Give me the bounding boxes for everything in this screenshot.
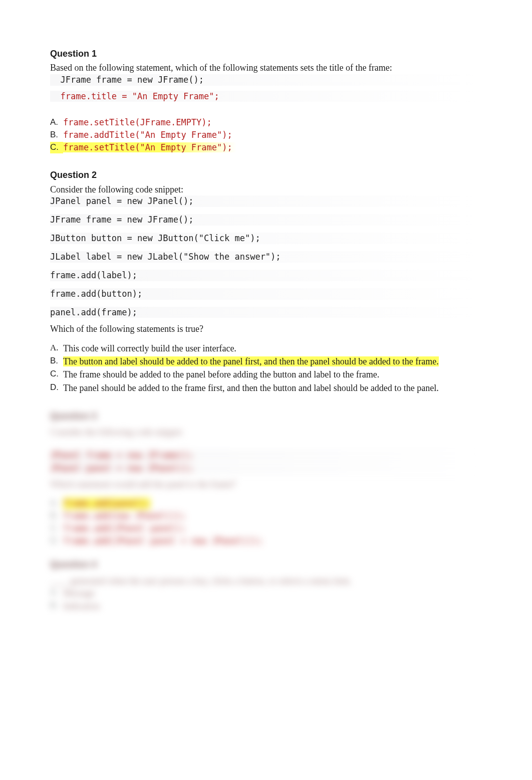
- option-letter: C.: [50, 368, 63, 380]
- q1-option-a: A. frame.setTitle(JFrame.EMPTY);: [50, 117, 482, 128]
- q2-options: A. This code will correctly build the us…: [50, 342, 482, 394]
- q3-opt-c: C. frame.add(JPanel panel);: [50, 523, 482, 534]
- q2-option-c: C. The frame should be added to the pane…: [50, 368, 482, 380]
- blurred-content: Question 3 Consider the following code s…: [50, 410, 482, 613]
- q4-title: Question 4: [50, 558, 482, 570]
- question-1-prompt: Based on the following statement, which …: [50, 62, 482, 74]
- q3-opt-a: A. frame.add(panel);: [50, 498, 482, 509]
- question-2-prompt: Consider the following code snippet:: [50, 183, 482, 196]
- q3-opt-b: B. frame.add(new JPanel());: [50, 510, 482, 522]
- option-letter: B.: [50, 355, 63, 367]
- q3-code-2: JPanel panel = new JPanel();: [50, 463, 482, 474]
- q2-code-l1: JPanel panel = new JPanel();: [50, 196, 482, 207]
- question-2-title: Question 2: [50, 169, 482, 181]
- option-text: The panel should be added to the frame f…: [63, 382, 439, 394]
- q4-prompt: ____ generated when the user presses a k…: [50, 575, 482, 587]
- option-letter: A.: [50, 117, 63, 128]
- option-letter: C.: [50, 142, 63, 153]
- q2-code-l6: frame.add(button);: [50, 288, 482, 300]
- q3-prompt: Consider the following code snippet:: [50, 426, 482, 438]
- q2-option-a: A. This code will correctly build the us…: [50, 342, 482, 354]
- q2-code-l2: JFrame frame = new JFrame();: [50, 214, 482, 226]
- q3-code-1: JPanel frame = new JFrame();: [50, 450, 482, 461]
- q3-title: Question 3: [50, 410, 482, 422]
- q1-option-c: C. frame.setTitle("An Empty Frame");: [50, 142, 482, 154]
- highlighted-answer: frame.setTitle("An Empty Frame");: [63, 142, 236, 154]
- q2-option-b: B. The button and label should be added …: [50, 355, 482, 367]
- q3-opt-d: D. frame.add(JPanel panel = new JPanel()…: [50, 535, 482, 547]
- option-text: frame.setTitle(JFrame.EMPTY);: [63, 117, 212, 128]
- option-text: This code will correctly build the user …: [63, 342, 236, 354]
- q4-opt-a: A. Message: [50, 587, 482, 599]
- option-letter: B.: [50, 129, 63, 141]
- q2-option-d: D. The panel should be added to the fram…: [50, 382, 482, 394]
- option-text: frame.addTitle("An Empty Frame");: [63, 129, 232, 141]
- option-text: The frame should be added to the panel b…: [63, 368, 379, 380]
- q1-option-b: B. frame.addTitle("An Empty Frame");: [50, 129, 482, 141]
- question-2: Question 2 Consider the following code s…: [50, 169, 482, 394]
- option-letter: A.: [50, 342, 63, 354]
- q2-code: JPanel panel = new JPanel(); JFrame fram…: [50, 196, 482, 318]
- q3-follow: Which statement would add the panel to t…: [50, 478, 482, 490]
- q2-code-l4: JLabel label = new JLabel("Show the answ…: [50, 251, 482, 263]
- q1-options: A. frame.setTitle(JFrame.EMPTY); B. fram…: [50, 117, 482, 154]
- question-1: Question 1 Based on the following statem…: [50, 48, 482, 154]
- option-letter: D.: [50, 382, 63, 394]
- q1-code-line-2: frame.title = "An Empty Frame";: [50, 91, 482, 102]
- q2-code-l7: panel.add(frame);: [50, 307, 482, 318]
- q2-code-l5: frame.add(label);: [50, 270, 482, 281]
- question-1-title: Question 1: [50, 48, 482, 60]
- q2-followup: Which of the following statements is tru…: [50, 323, 482, 335]
- q2-code-l3: JButton button = new JButton("Click me")…: [50, 233, 482, 244]
- q4-opt-b: B. Indication: [50, 600, 482, 612]
- q1-code-line-1: JFrame frame = new JFrame();: [50, 74, 482, 86]
- highlighted-answer: The button and label should be added to …: [63, 355, 439, 367]
